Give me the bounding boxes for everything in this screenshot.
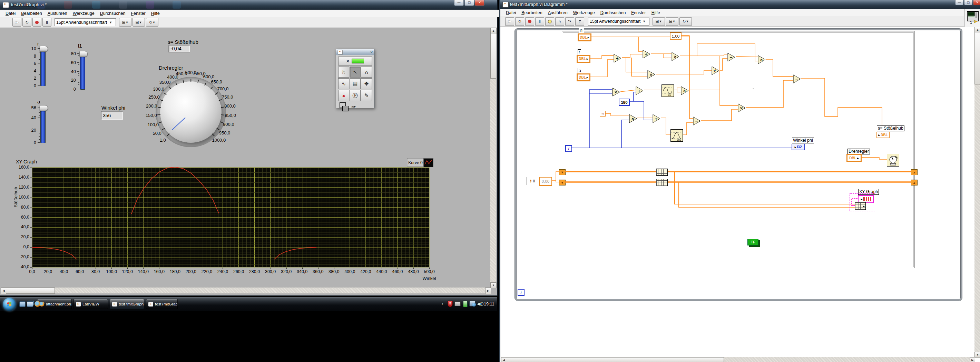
vscroll-thumb[interactable] — [974, 32, 980, 84]
build-array-x[interactable] — [656, 168, 668, 176]
maximize-button[interactable]: ▢ — [964, 0, 972, 5]
tools-palette-window[interactable]: ✕✕☞↖A∿▤✥●Ⓟ✎✑ — [336, 49, 374, 108]
tools-palette-titlebar[interactable]: ✕ — [336, 49, 374, 55]
connect-wire-tool[interactable]: ∿ — [338, 78, 349, 89]
menu-werkzeuge[interactable]: Werkzeuge — [70, 10, 97, 17]
shift-register-left-y[interactable]: ▼ — [559, 179, 566, 186]
run-button[interactable]: ➤ — [505, 17, 514, 26]
terminal-a[interactable]: DBL▸ — [577, 74, 590, 81]
constant-1,00[interactable]: 1,00 — [670, 32, 681, 40]
volume-tray-icon[interactable]: ◀))) — [477, 302, 484, 306]
pause-button[interactable]: ‖ — [43, 18, 51, 27]
terminal-winkel-phi[interactable]: ▸I32 — [792, 144, 805, 150]
menu-werkzeuge[interactable]: Werkzeuge — [570, 9, 598, 16]
align-objects-dropdown[interactable]: ⊞▼ — [652, 17, 665, 26]
display-settings-tray-icon[interactable] — [455, 301, 461, 306]
operator-add[interactable]: + — [614, 54, 622, 63]
font-selector[interactable]: 15pt Anwendungsschriftart▼ — [588, 17, 649, 25]
free-text-label[interactable]: - — [752, 86, 754, 91]
close-icon[interactable]: ✕ — [370, 50, 373, 54]
xy-graph-plot[interactable] — [0, 28, 490, 287]
terminal-stop-boolean[interactable]: TF — [748, 239, 759, 246]
run-continuous-button[interactable]: ↻ — [22, 18, 32, 27]
step-into-button[interactable]: ↳ — [555, 17, 564, 26]
hscroll-thumb[interactable] — [6, 287, 55, 294]
menu-durchsuchen[interactable]: Durchsuchen — [598, 9, 629, 16]
menu-ausführen[interactable]: Ausführen — [545, 9, 570, 16]
taskbar-button-4[interactable]: ➢test7mitGraph.vi Dia... — [146, 299, 178, 309]
shift-register-right-x[interactable]: ▲ — [911, 169, 918, 175]
taskbar-button-3[interactable]: ➢test7mitGraph.vi * — [110, 299, 144, 309]
menu-hilfe[interactable]: Hilfe — [649, 9, 663, 16]
menu-datei[interactable]: Datei — [503, 9, 519, 16]
menu-fenster[interactable]: Fenster — [628, 9, 648, 16]
run-button[interactable]: ➤ — [13, 18, 21, 27]
object-menu-tool[interactable]: ▤ — [350, 78, 361, 89]
power-tray-icon[interactable] — [463, 301, 468, 307]
diagram-vscrollbar[interactable]: ▲ ▼ — [974, 27, 980, 357]
operator-divide[interactable]: ÷ — [652, 114, 661, 123]
network-tray-icon[interactable] — [469, 301, 476, 306]
paintbrush-tool[interactable]: ✑ — [351, 103, 357, 111]
operator-subtract[interactable]: − — [793, 75, 801, 83]
scroll-down-arrow[interactable]: ▼ — [490, 283, 496, 288]
scroll-right-arrow[interactable]: ▶ — [970, 357, 975, 362]
abort-button[interactable] — [525, 17, 534, 26]
scroll-right-arrow[interactable]: ▶ — [485, 287, 491, 294]
constant-π[interactable]: π — [600, 111, 606, 116]
automatic-tool-selection-button[interactable]: ✕ — [338, 57, 372, 65]
taskbar-clock[interactable]: 19:11 — [484, 302, 494, 306]
front-panel-vscrollbar[interactable]: ▲ ▼ — [490, 28, 496, 287]
breakpoint-tool[interactable]: ● — [338, 90, 349, 101]
outer-loop-iteration-terminal[interactable]: i — [518, 289, 525, 296]
position-select-tool[interactable]: ↖ — [350, 67, 361, 78]
edit-text-tool[interactable]: A — [361, 67, 372, 78]
step-out-button[interactable]: ↱ — [575, 17, 584, 26]
menu-ausführen[interactable]: Ausführen — [45, 10, 70, 17]
menu-datei[interactable]: Datei — [3, 10, 18, 17]
vi-icon-pane[interactable]: 1 ➤ — [964, 9, 980, 27]
constant-180[interactable]: 180 — [619, 98, 630, 106]
abort-button[interactable] — [32, 18, 41, 27]
align-objects-dropdown[interactable]: ⊞▼ — [119, 18, 132, 27]
operator-divide[interactable]: ÷ — [636, 86, 644, 95]
vscroll-thumb[interactable] — [490, 33, 496, 79]
constant-0[interactable]: ▲▼0 — [527, 177, 538, 185]
constant-0,00[interactable]: 0,00 — [539, 177, 552, 186]
front-panel-hscrollbar[interactable]: ◀ ▶ — [1, 287, 490, 294]
menu-hilfe[interactable]: Hilfe — [148, 10, 162, 17]
run-continuous-button[interactable]: ↻ — [515, 17, 524, 26]
taskbar-button-1[interactable]: attachment.php (P... — [37, 299, 72, 309]
terminal-r[interactable]: DBL▸ — [577, 56, 590, 62]
operator-multiply[interactable]: × — [758, 55, 766, 64]
scroll-window-tool[interactable]: ✥ — [361, 78, 372, 89]
operator-sqrt[interactable]: √ — [711, 66, 720, 75]
sine-function[interactable]: SIN — [662, 84, 674, 97]
shift-register-right-y[interactable]: ▲ — [911, 179, 918, 186]
highlight-execution-button[interactable] — [545, 17, 554, 26]
build-array-y[interactable] — [656, 179, 668, 186]
taskbar-button-2[interactable]: ➢LabVIEW — [73, 299, 108, 309]
reorder-dropdown[interactable]: ↻▼ — [679, 17, 692, 26]
operate-value-tool[interactable]: ☞ — [338, 67, 349, 78]
operator-multiply[interactable]: × — [738, 103, 746, 113]
terminal-l1[interactable]: DBL▸ — [578, 34, 591, 41]
pause-button[interactable]: ‖ — [535, 17, 544, 26]
distribute-objects-dropdown[interactable]: ⊟▼ — [666, 17, 678, 26]
menu-fenster[interactable]: Fenster — [128, 10, 148, 17]
operator-divide[interactable]: ÷ — [643, 50, 651, 59]
inner-loop-iteration-terminal[interactable]: i — [565, 145, 572, 152]
set-color-tool[interactable] — [340, 102, 348, 111]
terminal-stoesselhub[interactable]: ▸DBL — [877, 132, 889, 138]
front-panel-titlebar[interactable]: test7mitGraph.vi * — ▢ ✕ — [0, 0, 497, 10]
probe-tool[interactable]: Ⓟ — [350, 90, 361, 101]
minimize-button[interactable]: — — [955, 0, 963, 5]
get-color-tool[interactable]: ✎ — [361, 90, 372, 101]
maximize-button[interactable]: ▢ — [465, 0, 474, 6]
operator-multiply[interactable]: × — [629, 114, 637, 123]
menu-bearbeiten[interactable]: Bearbeiten — [519, 9, 545, 16]
operator-multiply[interactable]: × — [671, 52, 680, 61]
hscroll-thumb[interactable] — [506, 357, 724, 362]
operator-multiply[interactable]: × — [681, 86, 689, 95]
step-over-button[interactable]: ↷ — [565, 17, 574, 26]
